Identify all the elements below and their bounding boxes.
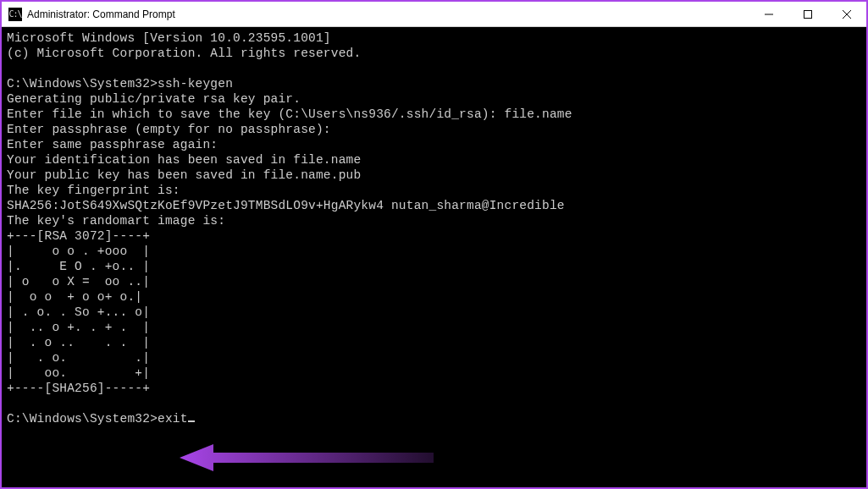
titlebar[interactable]: C:\ Administrator: Command Prompt xyxy=(2,2,866,27)
svg-rect-1 xyxy=(804,10,812,18)
close-button[interactable] xyxy=(827,2,866,26)
maximize-button[interactable] xyxy=(788,2,827,26)
terminal-prompt: C:\Windows\System32> xyxy=(7,412,158,426)
cmd-window: C:\ Administrator: Command Prompt Micros… xyxy=(2,2,866,487)
svg-marker-4 xyxy=(180,444,434,471)
terminal-input[interactable]: exit xyxy=(158,412,188,426)
window-controls xyxy=(749,2,866,26)
window-title: Administrator: Command Prompt xyxy=(27,8,749,20)
annotation-arrow-icon xyxy=(180,441,434,475)
cmd-app-icon: C:\ xyxy=(8,8,22,21)
terminal-area[interactable]: Microsoft Windows [Version 10.0.23595.10… xyxy=(2,27,866,487)
terminal-output: Microsoft Windows [Version 10.0.23595.10… xyxy=(7,31,572,395)
terminal-cursor xyxy=(188,420,195,422)
minimize-button[interactable] xyxy=(749,2,788,26)
